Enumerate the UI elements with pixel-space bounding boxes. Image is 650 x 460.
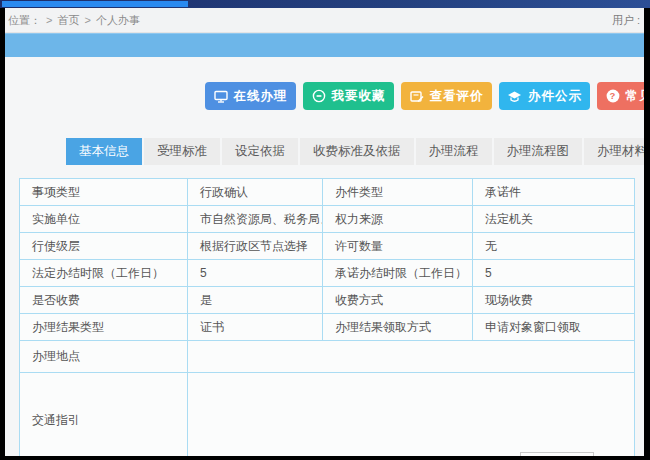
table-value: 无 <box>473 233 635 260</box>
table-value: 申请对象窗口领取 <box>473 314 635 341</box>
table-label: 办件类型 <box>323 179 473 206</box>
publicity-icon <box>507 90 522 103</box>
table-value: 行政确认 <box>188 179 323 206</box>
table-label: 事项类型 <box>20 179 188 206</box>
case-publicity-button[interactable]: 办件公示 <box>499 82 590 110</box>
table-label: 实施单位 <box>20 206 188 233</box>
table-label: 收费方式 <box>323 287 473 314</box>
table-label: 行使级层 <box>20 233 188 260</box>
table-value: 现场收费 <box>473 287 635 314</box>
table-label: 权力来源 <box>323 206 473 233</box>
tab-bar: 基本信息 受理标准 设定依据 收费标准及依据 办理流程 办理流程图 办理材料 <box>66 138 644 165</box>
table-label: 许可数量 <box>323 233 473 260</box>
progress-fill <box>2 1 188 7</box>
table-value: 5 <box>473 260 635 287</box>
basic-info-table: 事项类型 行政确认 办件类型 承诺件 实施单位 市自然资源局、税务局、住建局 权… <box>19 178 635 456</box>
table-value: 是 <box>188 287 323 314</box>
breadcrumb-separator: > <box>46 14 52 26</box>
view-reviews-button[interactable]: 查看评价 <box>401 82 492 110</box>
tab-process-diagram[interactable]: 办理流程图 <box>494 138 583 165</box>
case-publicity-label: 办件公示 <box>528 88 582 105</box>
action-button-row: 在线办理 我要收藏 查看评价 <box>205 82 644 110</box>
screen: 位置： > 首页 > 个人办事 用户 : 在线办理 <box>0 0 650 460</box>
top-progress-bar <box>0 0 650 8</box>
collect-icon <box>312 89 326 103</box>
table-value: 法定机关 <box>473 206 635 233</box>
page: 位置： > 首页 > 个人办事 用户 : 在线办理 <box>5 8 644 456</box>
breadcrumb-personal-affairs-link[interactable]: 个人办事 <box>96 13 140 28</box>
breadcrumb-home-link[interactable]: 首页 <box>57 13 79 28</box>
svg-text:?: ? <box>609 90 616 101</box>
review-icon <box>410 90 424 103</box>
table-label: 办理结果领取方式 <box>323 314 473 341</box>
table-value: 证书 <box>188 314 323 341</box>
table-label: 是否收费 <box>20 287 188 314</box>
blue-banner <box>5 33 644 57</box>
tab-materials[interactable]: 办理材料 <box>584 138 644 165</box>
tab-fee-standard[interactable]: 收费标准及依据 <box>300 138 414 165</box>
breadcrumb: 位置： > 首页 > 个人办事 用户 : <box>5 8 644 33</box>
bottom-strip <box>0 456 650 460</box>
view-reviews-label: 查看评价 <box>430 88 484 105</box>
tab-setting-basis[interactable]: 设定依据 <box>222 138 298 165</box>
faq-button[interactable]: ? 常见问题 <box>597 82 644 110</box>
table-value: 根据行政区节点选择 <box>188 233 323 260</box>
monitor-icon <box>214 90 228 103</box>
table-value <box>188 373 635 456</box>
favorite-button[interactable]: 我要收藏 <box>303 82 394 110</box>
table-label: 办理地点 <box>20 341 188 373</box>
table-value: 承诺件 <box>473 179 635 206</box>
table-value: 市自然资源局、税务局、住建局 <box>188 206 323 233</box>
tab-process[interactable]: 办理流程 <box>416 138 492 165</box>
question-icon: ? <box>606 89 620 103</box>
table-label: 法定办结时限（工作日） <box>20 260 188 287</box>
user-label[interactable]: 用户 : <box>612 13 640 28</box>
table-value <box>188 341 635 373</box>
online-handle-label: 在线办理 <box>234 88 288 105</box>
faq-label: 常见问题 <box>626 88 645 105</box>
table-label: 交通指引 <box>20 373 188 456</box>
favorite-label: 我要收藏 <box>332 88 386 105</box>
table-value: 5 <box>188 260 323 287</box>
tab-acceptance-standard[interactable]: 受理标准 <box>144 138 220 165</box>
table-label: 承诺办结时限（工作日） <box>323 260 473 287</box>
tab-basic-info[interactable]: 基本信息 <box>66 138 142 165</box>
online-handle-button[interactable]: 在线办理 <box>205 82 296 110</box>
breadcrumb-separator: > <box>84 14 90 26</box>
breadcrumb-location-label: 位置： <box>8 13 41 28</box>
table-label: 办理结果类型 <box>20 314 188 341</box>
